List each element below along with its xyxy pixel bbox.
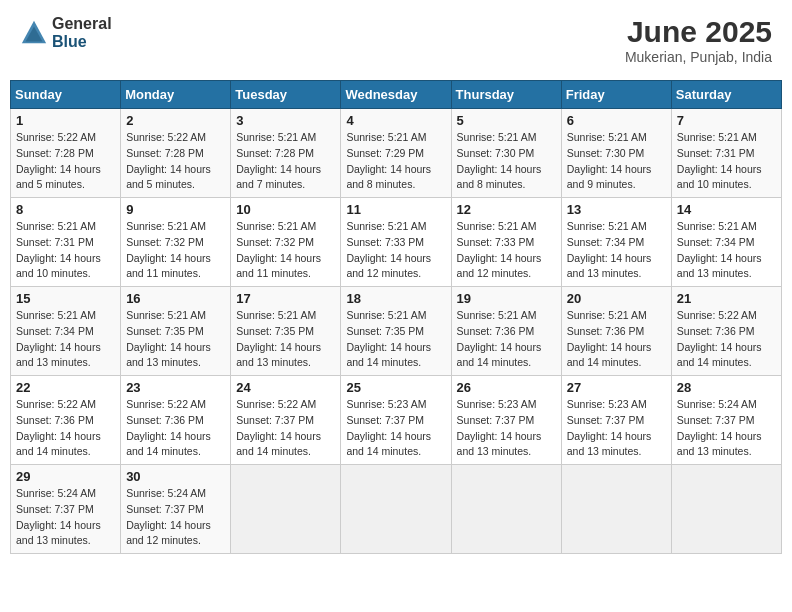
calendar-cell: 17Sunrise: 5:21 AMSunset: 7:35 PMDayligh… <box>231 287 341 376</box>
calendar-body: 1Sunrise: 5:22 AMSunset: 7:28 PMDaylight… <box>11 109 782 554</box>
calendar-cell: 1Sunrise: 5:22 AMSunset: 7:28 PMDaylight… <box>11 109 121 198</box>
day-info: Sunrise: 5:22 AMSunset: 7:36 PMDaylight:… <box>16 397 115 460</box>
day-number: 18 <box>346 291 445 306</box>
day-info: Sunrise: 5:21 AMSunset: 7:36 PMDaylight:… <box>567 308 666 371</box>
logo-text: General Blue <box>52 15 112 50</box>
header-monday: Monday <box>121 81 231 109</box>
calendar-cell: 28Sunrise: 5:24 AMSunset: 7:37 PMDayligh… <box>671 376 781 465</box>
calendar-cell <box>451 465 561 554</box>
calendar-cell: 21Sunrise: 5:22 AMSunset: 7:36 PMDayligh… <box>671 287 781 376</box>
day-number: 15 <box>16 291 115 306</box>
day-number: 16 <box>126 291 225 306</box>
calendar-cell: 22Sunrise: 5:22 AMSunset: 7:36 PMDayligh… <box>11 376 121 465</box>
logo-blue: Blue <box>52 33 112 51</box>
calendar-cell: 27Sunrise: 5:23 AMSunset: 7:37 PMDayligh… <box>561 376 671 465</box>
calendar-cell: 13Sunrise: 5:21 AMSunset: 7:34 PMDayligh… <box>561 198 671 287</box>
day-info: Sunrise: 5:21 AMSunset: 7:29 PMDaylight:… <box>346 130 445 193</box>
day-info: Sunrise: 5:22 AMSunset: 7:28 PMDaylight:… <box>126 130 225 193</box>
day-number: 5 <box>457 113 556 128</box>
calendar-cell: 11Sunrise: 5:21 AMSunset: 7:33 PMDayligh… <box>341 198 451 287</box>
day-info: Sunrise: 5:21 AMSunset: 7:31 PMDaylight:… <box>16 219 115 282</box>
day-number: 28 <box>677 380 776 395</box>
day-number: 27 <box>567 380 666 395</box>
day-info: Sunrise: 5:21 AMSunset: 7:30 PMDaylight:… <box>567 130 666 193</box>
day-info: Sunrise: 5:22 AMSunset: 7:36 PMDaylight:… <box>677 308 776 371</box>
day-number: 9 <box>126 202 225 217</box>
day-info: Sunrise: 5:21 AMSunset: 7:32 PMDaylight:… <box>236 219 335 282</box>
day-number: 4 <box>346 113 445 128</box>
calendar-cell: 19Sunrise: 5:21 AMSunset: 7:36 PMDayligh… <box>451 287 561 376</box>
day-number: 14 <box>677 202 776 217</box>
calendar-cell <box>341 465 451 554</box>
day-info: Sunrise: 5:24 AMSunset: 7:37 PMDaylight:… <box>126 486 225 549</box>
calendar-table: Sunday Monday Tuesday Wednesday Thursday… <box>10 80 782 554</box>
day-number: 6 <box>567 113 666 128</box>
header-tuesday: Tuesday <box>231 81 341 109</box>
calendar-cell: 24Sunrise: 5:22 AMSunset: 7:37 PMDayligh… <box>231 376 341 465</box>
day-info: Sunrise: 5:22 AMSunset: 7:28 PMDaylight:… <box>16 130 115 193</box>
calendar-cell: 16Sunrise: 5:21 AMSunset: 7:35 PMDayligh… <box>121 287 231 376</box>
day-number: 12 <box>457 202 556 217</box>
header-saturday: Saturday <box>671 81 781 109</box>
calendar-cell: 5Sunrise: 5:21 AMSunset: 7:30 PMDaylight… <box>451 109 561 198</box>
day-number: 10 <box>236 202 335 217</box>
calendar-cell: 8Sunrise: 5:21 AMSunset: 7:31 PMDaylight… <box>11 198 121 287</box>
calendar-week-2: 8Sunrise: 5:21 AMSunset: 7:31 PMDaylight… <box>11 198 782 287</box>
day-number: 2 <box>126 113 225 128</box>
calendar-title: June 2025 <box>625 15 772 49</box>
day-info: Sunrise: 5:21 AMSunset: 7:31 PMDaylight:… <box>677 130 776 193</box>
day-info: Sunrise: 5:21 AMSunset: 7:36 PMDaylight:… <box>457 308 556 371</box>
day-number: 7 <box>677 113 776 128</box>
calendar-week-3: 15Sunrise: 5:21 AMSunset: 7:34 PMDayligh… <box>11 287 782 376</box>
calendar-cell: 10Sunrise: 5:21 AMSunset: 7:32 PMDayligh… <box>231 198 341 287</box>
page-header: General Blue June 2025 Mukerian, Punjab,… <box>10 10 782 70</box>
day-info: Sunrise: 5:22 AMSunset: 7:37 PMDaylight:… <box>236 397 335 460</box>
header-wednesday: Wednesday <box>341 81 451 109</box>
logo: General Blue <box>20 15 112 50</box>
logo-general: General <box>52 15 112 33</box>
calendar-cell: 15Sunrise: 5:21 AMSunset: 7:34 PMDayligh… <box>11 287 121 376</box>
day-info: Sunrise: 5:21 AMSunset: 7:35 PMDaylight:… <box>346 308 445 371</box>
day-number: 22 <box>16 380 115 395</box>
day-number: 11 <box>346 202 445 217</box>
day-info: Sunrise: 5:23 AMSunset: 7:37 PMDaylight:… <box>457 397 556 460</box>
day-number: 30 <box>126 469 225 484</box>
title-block: June 2025 Mukerian, Punjab, India <box>625 15 772 65</box>
calendar-cell: 20Sunrise: 5:21 AMSunset: 7:36 PMDayligh… <box>561 287 671 376</box>
day-info: Sunrise: 5:23 AMSunset: 7:37 PMDaylight:… <box>346 397 445 460</box>
header-row: Sunday Monday Tuesday Wednesday Thursday… <box>11 81 782 109</box>
day-number: 17 <box>236 291 335 306</box>
calendar-subtitle: Mukerian, Punjab, India <box>625 49 772 65</box>
calendar-cell: 26Sunrise: 5:23 AMSunset: 7:37 PMDayligh… <box>451 376 561 465</box>
day-info: Sunrise: 5:21 AMSunset: 7:34 PMDaylight:… <box>567 219 666 282</box>
day-number: 8 <box>16 202 115 217</box>
day-info: Sunrise: 5:21 AMSunset: 7:30 PMDaylight:… <box>457 130 556 193</box>
calendar-cell: 9Sunrise: 5:21 AMSunset: 7:32 PMDaylight… <box>121 198 231 287</box>
calendar-cell: 18Sunrise: 5:21 AMSunset: 7:35 PMDayligh… <box>341 287 451 376</box>
day-number: 24 <box>236 380 335 395</box>
header-thursday: Thursday <box>451 81 561 109</box>
calendar-cell: 3Sunrise: 5:21 AMSunset: 7:28 PMDaylight… <box>231 109 341 198</box>
day-number: 26 <box>457 380 556 395</box>
day-info: Sunrise: 5:23 AMSunset: 7:37 PMDaylight:… <box>567 397 666 460</box>
day-info: Sunrise: 5:22 AMSunset: 7:36 PMDaylight:… <box>126 397 225 460</box>
calendar-cell: 6Sunrise: 5:21 AMSunset: 7:30 PMDaylight… <box>561 109 671 198</box>
day-number: 25 <box>346 380 445 395</box>
day-number: 21 <box>677 291 776 306</box>
day-number: 13 <box>567 202 666 217</box>
calendar-week-4: 22Sunrise: 5:22 AMSunset: 7:36 PMDayligh… <box>11 376 782 465</box>
day-info: Sunrise: 5:21 AMSunset: 7:33 PMDaylight:… <box>346 219 445 282</box>
calendar-cell: 30Sunrise: 5:24 AMSunset: 7:37 PMDayligh… <box>121 465 231 554</box>
calendar-cell: 29Sunrise: 5:24 AMSunset: 7:37 PMDayligh… <box>11 465 121 554</box>
day-info: Sunrise: 5:24 AMSunset: 7:37 PMDaylight:… <box>677 397 776 460</box>
calendar-header: Sunday Monday Tuesday Wednesday Thursday… <box>11 81 782 109</box>
calendar-cell: 4Sunrise: 5:21 AMSunset: 7:29 PMDaylight… <box>341 109 451 198</box>
calendar-cell: 12Sunrise: 5:21 AMSunset: 7:33 PMDayligh… <box>451 198 561 287</box>
day-number: 3 <box>236 113 335 128</box>
calendar-cell: 25Sunrise: 5:23 AMSunset: 7:37 PMDayligh… <box>341 376 451 465</box>
day-info: Sunrise: 5:21 AMSunset: 7:28 PMDaylight:… <box>236 130 335 193</box>
calendar-cell <box>231 465 341 554</box>
day-info: Sunrise: 5:21 AMSunset: 7:33 PMDaylight:… <box>457 219 556 282</box>
calendar-cell <box>671 465 781 554</box>
calendar-week-1: 1Sunrise: 5:22 AMSunset: 7:28 PMDaylight… <box>11 109 782 198</box>
